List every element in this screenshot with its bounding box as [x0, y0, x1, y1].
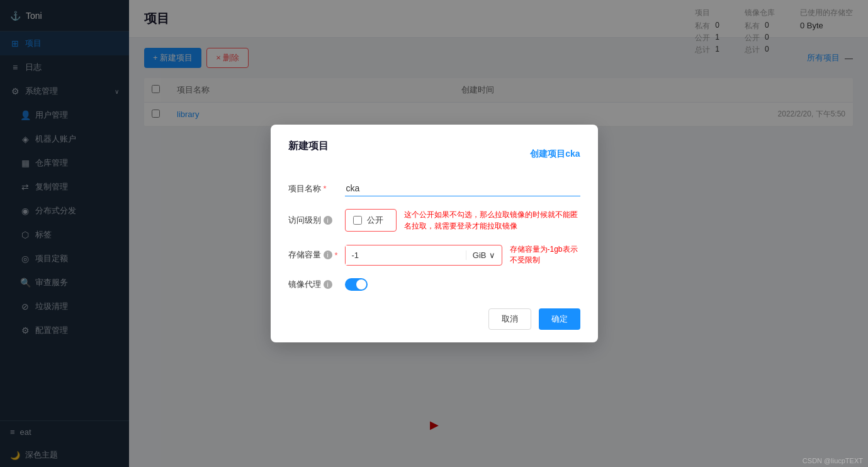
modal-overlay: 新建项目 创建项目cka 项目名称 * 访问级别 i 公开	[0, 0, 868, 467]
required-mark: *	[324, 184, 327, 193]
storage-box: GiB ∨	[345, 245, 502, 266]
form-label-name: 项目名称 *	[288, 183, 345, 194]
form-label-storage: 存储容量 i *	[288, 249, 345, 261]
required-mark-storage: *	[335, 250, 338, 260]
storage-input[interactable]	[346, 245, 466, 265]
storage-unit-label: GiB	[473, 250, 487, 260]
watermark: CSDN @liucpTEXT	[803, 457, 863, 464]
proxy-info-icon: i	[324, 280, 332, 289]
form-control-storage: GiB ∨	[345, 245, 502, 266]
project-name-input[interactable]	[345, 181, 580, 196]
dialog-annotation-title: 创建项目cka	[530, 149, 580, 160]
storage-unit-select[interactable]: GiB ∨	[466, 250, 502, 260]
form-control-name	[345, 181, 580, 196]
dialog-footer: 取消 确定	[288, 308, 580, 330]
dialog: 新建项目 创建项目cka 项目名称 * 访问级别 i 公开	[271, 125, 598, 342]
form-item-name: 项目名称 *	[288, 181, 580, 196]
cancel-button[interactable]: 取消	[488, 308, 531, 330]
confirm-button[interactable]: 确定	[539, 308, 580, 330]
form-label-proxy: 镜像代理 i	[288, 279, 345, 290]
access-info-icon: i	[324, 216, 332, 225]
chevron-down-icon: ∨	[489, 250, 495, 260]
form-label-access: 访问级别 i	[288, 215, 345, 226]
proxy-toggle[interactable]	[345, 278, 368, 291]
form-control-proxy	[345, 278, 580, 291]
public-label: 公开	[367, 215, 383, 226]
public-checkbox[interactable]	[353, 216, 362, 225]
form-item-storage: 存储容量 i * GiB ∨ 存储容量为-1gb表示不受限制	[288, 244, 580, 266]
access-annotation: 这个公开如果不勾选，那么拉取镜像的时候就不能匿名拉取，就需要登录才能拉取镜像	[404, 209, 580, 232]
dialog-title: 新建项目	[288, 140, 329, 153]
form-item-access: 访问级别 i 公开 这个公开如果不勾选，那么拉取镜像的时候就不能匿名拉取，就需要…	[288, 209, 580, 232]
form-control-access: 公开	[345, 209, 397, 232]
storage-info-icon: i	[324, 250, 332, 259]
storage-annotation: 存储容量为-1gb表示不受限制	[510, 244, 580, 266]
form-item-proxy: 镜像代理 i	[288, 278, 580, 291]
access-box: 公开	[345, 209, 397, 232]
